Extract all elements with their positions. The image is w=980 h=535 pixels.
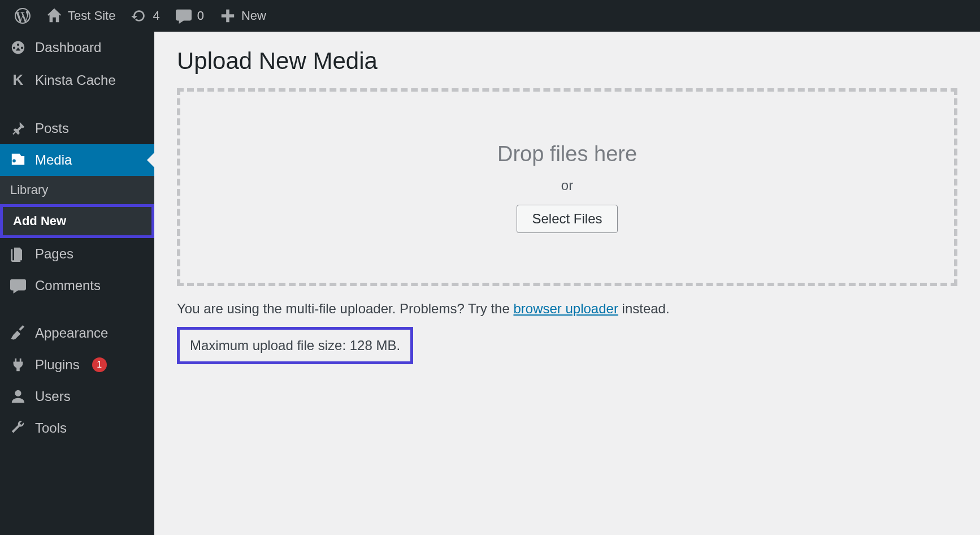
sidebar-item-label: Comments [35, 278, 101, 294]
sidebar-item-label: Kinsta Cache [35, 72, 116, 88]
sidebar-item-label: Posts [35, 120, 69, 136]
sidebar-item-plugins[interactable]: Plugins 1 [0, 349, 154, 381]
updates-count: 4 [153, 8, 159, 23]
sidebar-item-label: Appearance [35, 325, 108, 341]
plus-icon [220, 8, 236, 24]
sidebar-item-comments[interactable]: Comments [0, 270, 154, 301]
or-text: or [561, 178, 573, 193]
updates-link[interactable]: 4 [123, 0, 167, 32]
main-content: Upload New Media Drop files here or Sele… [154, 32, 980, 535]
wp-logo[interactable] [7, 0, 38, 32]
admin-bar: Test Site 4 0 New [0, 0, 980, 32]
uploader-hint: You are using the multi-file uploader. P… [177, 301, 957, 317]
home-icon [46, 8, 62, 24]
browser-uploader-link[interactable]: browser uploader [513, 301, 618, 316]
site-link[interactable]: Test Site [38, 0, 123, 32]
hint-suffix: instead. [618, 301, 670, 316]
sidebar-item-tools[interactable]: Tools [0, 412, 154, 444]
wordpress-icon [15, 8, 31, 24]
comments-link[interactable]: 0 [168, 0, 212, 32]
upload-dropzone[interactable]: Drop files here or Select Files [177, 88, 957, 286]
max-upload-size: Maximum upload file size: 128 MB. [177, 327, 413, 364]
media-icon [10, 152, 26, 168]
admin-sidebar: Dashboard K Kinsta Cache Posts Media Lib… [0, 32, 154, 535]
submenu-library[interactable]: Library [0, 176, 154, 204]
plug-icon [10, 357, 26, 373]
sidebar-separator [0, 301, 154, 317]
submenu-add-new[interactable]: Add New [0, 204, 154, 238]
brush-icon [10, 325, 26, 341]
sidebar-item-pages[interactable]: Pages [0, 238, 154, 270]
sidebar-item-label: Users [35, 389, 71, 404]
hint-prefix: You are using the multi-file uploader. P… [177, 301, 513, 316]
sidebar-item-label: Dashboard [35, 40, 101, 55]
media-submenu: Library Add New [0, 176, 154, 238]
select-files-button[interactable]: Select Files [517, 205, 617, 233]
comment-icon [176, 8, 192, 24]
sidebar-item-label: Pages [35, 246, 73, 262]
plugins-update-badge: 1 [92, 357, 107, 372]
sidebar-separator [0, 97, 154, 113]
sidebar-item-kinsta[interactable]: K Kinsta Cache [0, 63, 154, 97]
sidebar-item-label: Media [35, 152, 72, 168]
pages-icon [10, 246, 26, 262]
new-content-link[interactable]: New [212, 0, 274, 32]
pin-icon [10, 120, 26, 136]
sidebar-item-media[interactable]: Media [0, 144, 154, 176]
wrench-icon [10, 420, 26, 436]
sidebar-item-users[interactable]: Users [0, 381, 154, 412]
refresh-icon [131, 8, 147, 24]
sidebar-item-label: Tools [35, 420, 67, 436]
sidebar-item-dashboard[interactable]: Dashboard [0, 32, 154, 63]
user-icon [10, 389, 26, 404]
site-name-label: Test Site [68, 8, 115, 23]
comments-count: 0 [197, 8, 204, 23]
comments-icon [10, 278, 26, 294]
sidebar-item-appearance[interactable]: Appearance [0, 317, 154, 349]
sidebar-item-posts[interactable]: Posts [0, 113, 154, 144]
sidebar-item-label: Plugins [35, 357, 80, 373]
new-label: New [241, 8, 266, 23]
dashboard-icon [10, 40, 26, 55]
kinsta-icon: K [10, 71, 26, 89]
page-title: Upload New Media [177, 48, 957, 75]
drop-files-text: Drop files here [497, 142, 637, 166]
